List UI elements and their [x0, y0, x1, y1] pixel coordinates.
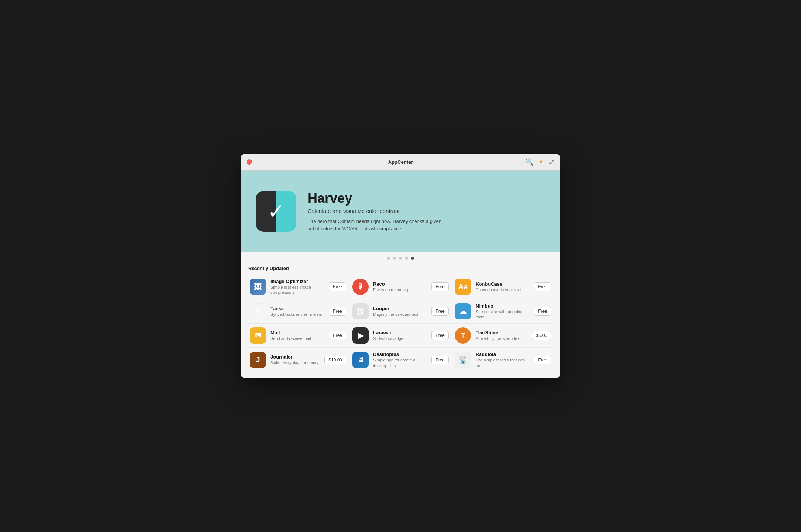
app-icon: ✉	[250, 327, 266, 344]
search-icon: 🔍	[525, 158, 534, 166]
app-icon-symbol: 🖥	[357, 356, 364, 364]
list-item[interactable]: 🖼 Image Optimizer Simple lossless image …	[247, 275, 349, 299]
price-button[interactable]: Free	[329, 282, 346, 291]
app-name: Image Optimizer	[270, 279, 324, 284]
app-desc: Powerfully transform text	[476, 336, 528, 341]
notifications-button[interactable]: ✦	[538, 158, 544, 166]
app-info: Mail Send and receive mail	[270, 330, 324, 341]
list-item[interactable]: 🖥 Desktopius Simple app for create a des…	[349, 348, 452, 372]
app-info: TextShine Powerfully transform text	[476, 330, 528, 341]
app-icon-symbol: 📡	[458, 356, 468, 364]
list-item[interactable]: 📡 Raddiola The simplest radio that can b…	[452, 348, 554, 372]
close-button[interactable]: ×	[247, 159, 252, 165]
carousel-dots	[241, 252, 560, 263]
recently-updated-label: Recently Updated	[241, 263, 560, 273]
list-item[interactable]: ✓ Tasks Synced tasks and reminders Free	[247, 299, 349, 324]
price-button[interactable]: $10.00	[324, 356, 346, 364]
app-name: Desktopius	[373, 351, 427, 357]
carousel-dot-2[interactable]	[393, 257, 396, 260]
app-icon: ☁	[455, 303, 471, 319]
app-desc: Send and receive mail	[270, 336, 324, 341]
price-button[interactable]: Free	[534, 307, 551, 316]
titlebar-right-controls: 🔍 ✦ ⤢	[525, 158, 554, 166]
price-button[interactable]: Free	[431, 282, 449, 291]
app-icon: 📡	[455, 352, 471, 368]
hero-banner: ✓ Harvey Calculate and visualize color c…	[241, 171, 560, 252]
app-icon-symbol: 🎙	[357, 283, 364, 291]
app-icon: 🖼	[250, 279, 266, 295]
price-button[interactable]: Free	[329, 331, 346, 340]
app-desc: Simple app for create a desktop files	[373, 357, 427, 368]
search-button[interactable]: 🔍	[525, 158, 534, 166]
app-info: KonbuCase Convert case in your text	[476, 281, 529, 292]
app-icon: J	[250, 352, 266, 368]
app-desc: Synced tasks and reminders	[270, 312, 324, 317]
list-item[interactable]: T TextShine Powerfully transform text $5…	[452, 324, 554, 348]
app-icon-symbol: ▶	[358, 331, 363, 340]
price-button[interactable]: Free	[534, 356, 551, 364]
price-button[interactable]: Free	[329, 307, 346, 316]
app-desc: Make every day a memory	[270, 360, 320, 365]
list-item[interactable]: ☁ Nimbus See outside without going there…	[452, 299, 554, 324]
app-desc: Simple lossless image compression	[270, 285, 324, 295]
app-info: Raddiola The simplest radio that can be	[476, 351, 529, 368]
app-name: TextShine	[476, 330, 528, 335]
app-icon-symbol: T	[461, 331, 465, 340]
fullscreen-icon: ⤢	[549, 158, 554, 166]
price-button[interactable]: Free	[431, 356, 449, 364]
price-button[interactable]: Free	[431, 331, 449, 340]
list-item[interactable]: 放 Louper Magnify the selected text Free	[349, 299, 452, 324]
hero-app-subtitle: Calculate and visualize color contrast	[308, 208, 441, 214]
app-info: Image Optimizer Simple lossless image co…	[270, 279, 324, 295]
app-icon: 🎙	[352, 279, 369, 295]
app-icon: 🖥	[352, 352, 369, 368]
list-item[interactable]: ▶ Larawan Slideshow widget Free	[349, 324, 452, 348]
app-info: Journaler Make every day a memory	[270, 354, 320, 365]
carousel-dot-1[interactable]	[387, 257, 390, 260]
window-title: AppCenter	[388, 159, 413, 165]
price-button[interactable]: Free	[431, 307, 449, 316]
app-info: Larawan Slideshow widget	[373, 330, 427, 341]
app-icon: T	[455, 327, 471, 344]
carousel-dot-5[interactable]	[411, 257, 414, 260]
app-window: × AppCenter 🔍 ✦ ⤢ ✓ Harvey Calculate and…	[241, 154, 560, 378]
carousel-dot-3[interactable]	[399, 257, 402, 260]
app-desc: Slideshow widget	[373, 336, 427, 341]
app-icon: ▶	[352, 327, 369, 344]
app-icon-symbol: J	[256, 356, 260, 364]
app-icon-symbol: ✓	[255, 307, 261, 316]
app-info: Reco Focus on recording	[373, 281, 427, 292]
list-item[interactable]: 🎙 Reco Focus on recording Free	[349, 275, 452, 299]
app-desc: See outside without going there	[476, 309, 529, 320]
app-name: KonbuCase	[476, 281, 529, 287]
app-info: Louper Magnify the selected text	[373, 306, 427, 317]
hero-icon-checkmark: ✓	[267, 200, 285, 223]
app-icon: ✓	[250, 303, 266, 319]
price-button[interactable]: Free	[534, 282, 551, 291]
titlebar: × AppCenter 🔍 ✦ ⤢	[241, 154, 560, 171]
app-info: Nimbus See outside without going there	[476, 303, 529, 320]
hero-app-desc: The hero that Gotham needs right now. Ha…	[308, 218, 441, 232]
notifications-icon: ✦	[538, 158, 544, 166]
app-name: Journaler	[270, 354, 320, 360]
app-icon-symbol: 🖼	[254, 283, 262, 291]
titlebar-controls: ×	[247, 159, 252, 165]
list-item[interactable]: ✉ Mail Send and receive mail Free	[247, 324, 349, 348]
price-button[interactable]: $5.00	[532, 331, 551, 340]
app-desc: Focus on recording	[373, 287, 427, 292]
app-icon: Aa	[455, 279, 471, 295]
hero-app-icon: ✓	[256, 191, 296, 232]
app-icon-symbol: ✉	[255, 331, 261, 340]
app-icon-symbol: ☁	[459, 307, 467, 316]
fullscreen-button[interactable]: ⤢	[549, 158, 554, 166]
list-item[interactable]: Aa KonbuCase Convert case in your text F…	[452, 275, 554, 299]
app-info: Desktopius Simple app for create a deskt…	[373, 351, 427, 368]
hero-app-name: Harvey	[308, 191, 441, 206]
app-name: Reco	[373, 281, 427, 287]
list-item[interactable]: J Journaler Make every day a memory $10.…	[247, 348, 349, 372]
app-name: Raddiola	[476, 351, 529, 357]
carousel-dot-4[interactable]	[405, 257, 408, 260]
app-desc: Convert case in your text	[476, 287, 529, 292]
app-info: Tasks Synced tasks and reminders	[270, 306, 324, 317]
app-desc: The simplest radio that can be	[476, 357, 529, 368]
